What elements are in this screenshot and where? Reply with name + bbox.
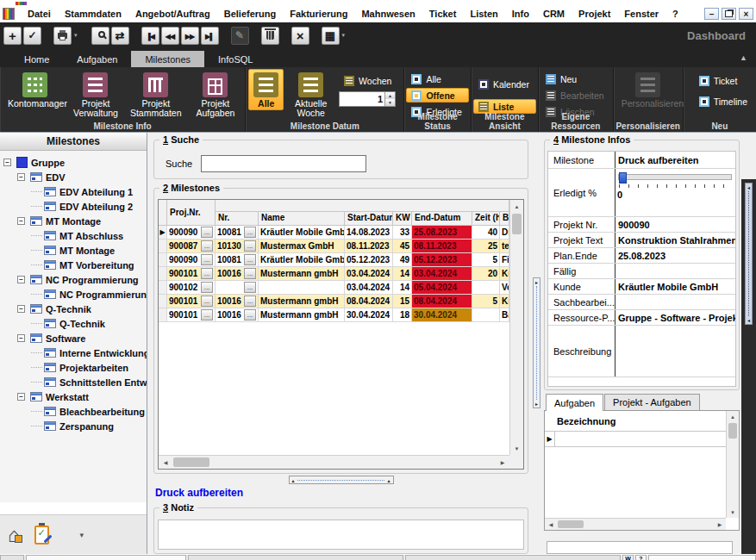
scroll-up-icon[interactable]: ▲ [510, 200, 523, 213]
notiz-textarea[interactable] [158, 520, 524, 550]
menu-fakturierung[interactable]: Fakturierung [283, 7, 354, 21]
close-button[interactable]: × [739, 8, 753, 20]
kunde-lookup-button[interactable]: ... [244, 296, 256, 307]
scroll-down-icon[interactable]: ▼ [727, 507, 739, 518]
status-help-button[interactable]: ? [635, 555, 647, 560]
proj-lookup-button[interactable]: ... [201, 309, 213, 320]
col-end[interactable]: End-Datum [412, 212, 472, 226]
tree-item-werkstatt[interactable]: Werkstatt [0, 389, 147, 404]
tree-item-q-technik[interactable]: Q-Technik [0, 316, 147, 331]
tasks-clipboard-icon[interactable] [34, 526, 49, 544]
proj-lookup-button[interactable]: ... [201, 240, 213, 252]
grid-dropdown-icon[interactable]: ▾ [342, 32, 346, 39]
scrollbar-thumb[interactable] [173, 457, 209, 467]
timeline-button[interactable]: Timeline [694, 94, 754, 109]
close-button[interactable] [291, 27, 309, 45]
tab-aufgaben[interactable]: Aufgaben [546, 394, 603, 411]
milestone-row[interactable]: 900087...10130...Mustermax GmbH08.11.202… [159, 240, 509, 253]
spinner-arrows[interactable]: ▲▼ [384, 92, 395, 106]
spin-down-icon[interactable]: ▼ [385, 99, 395, 106]
menu-listen[interactable]: Listen [463, 7, 504, 21]
ticket-button[interactable]: Ticket [694, 73, 754, 88]
menu-stammdaten[interactable]: Stammdaten [58, 7, 128, 21]
menu-info[interactable]: Info [505, 7, 536, 21]
status-alle-button[interactable]: Alle [406, 72, 468, 86]
menu-ticket[interactable]: Ticket [422, 7, 464, 21]
milestone-row[interactable]: 900101...10016...Mustermann gmbH08.04.20… [159, 295, 509, 308]
horizontal-splitter-handle[interactable] [289, 476, 394, 484]
search-button[interactable] [91, 27, 109, 45]
aktuelle-woche-button[interactable]: Aktuelle Woche [285, 69, 336, 120]
tab-home[interactable]: Home [10, 51, 63, 67]
col-zeit[interactable]: Zeit (h) [472, 212, 500, 226]
col-projnr[interactable]: Proj.Nr. [167, 200, 216, 226]
milestone-row[interactable]: 900090...10081...Kräutler Mobile GmbH05.… [159, 253, 509, 267]
tree-item-interne-entwicklung[interactable]: Interne Entwicklung [0, 345, 147, 360]
projekt-stammdaten-button[interactable]: Projekt Stammdaten [125, 69, 187, 120]
home-icon[interactable]: ⌂ [8, 525, 21, 545]
menu-item[interactable]: ? [665, 7, 685, 21]
selected-milestone-link[interactable]: Druck aufbereiten [155, 487, 528, 499]
info-panel-input[interactable] [547, 541, 733, 554]
scroll-left-icon[interactable]: ◀ [159, 456, 172, 469]
edge-splitter-handle[interactable] [745, 183, 753, 325]
nav-prev-button[interactable] [161, 27, 179, 45]
wochen-button[interactable]: Wochen [339, 73, 398, 88]
personalisieren-button[interactable]: Personalisieren [616, 69, 680, 110]
scroll-right-icon[interactable]: ▶ [496, 456, 509, 469]
spin-up-icon[interactable]: ▲ [385, 92, 395, 99]
kunde-lookup-button[interactable]: ... [244, 268, 256, 279]
menu-belieferung[interactable]: Belieferung [217, 7, 284, 21]
col-name[interactable]: Name [259, 212, 345, 226]
kunde-lookup-button[interactable]: ... [244, 309, 256, 320]
aufgaben-vertical-scrollbar[interactable]: ▲ ▼ [726, 411, 739, 518]
tree-item-projektarbeiten[interactable]: Projektarbeiten [0, 360, 147, 375]
kunde-lookup-button[interactable]: ... [244, 254, 256, 265]
restore-button[interactable] [722, 8, 736, 20]
menu-fenster[interactable]: Fenster [617, 7, 665, 21]
grid-horizontal-scrollbar[interactable]: ◀ ▶ [159, 455, 509, 469]
tree-item-edv[interactable]: EDV [0, 170, 147, 184]
tree-item-q-technik[interactable]: Q-Technik [0, 302, 147, 316]
scroll-up-icon[interactable]: ▲ [727, 411, 739, 422]
milestone-row[interactable]: 900101...10016...Mustermann gmbH03.04.20… [159, 267, 509, 281]
menu-crm[interactable]: CRM [536, 7, 572, 21]
expander-icon[interactable] [3, 159, 11, 166]
tree-item-edv-abteilung-1[interactable]: EDV Abteilung 1 [0, 184, 147, 199]
expander-icon[interactable] [17, 276, 25, 283]
col-nr[interactable]: Nr. [216, 212, 259, 226]
edit-button[interactable] [231, 27, 249, 45]
expander-icon[interactable] [17, 393, 25, 401]
expander-icon[interactable] [17, 305, 25, 313]
col-bez[interactable]: Be: [500, 212, 509, 226]
tree-item-mt-montage[interactable]: MT Montage [0, 243, 147, 258]
expander-icon[interactable] [17, 217, 25, 225]
milestone-row[interactable]: 900101...10016...Mustermann gmbH30.04.20… [159, 308, 509, 322]
kunde-lookup-button[interactable]: ... [244, 227, 256, 238]
milestone-row[interactable]: 900102......03.04.20241405.04.2024Vor [159, 281, 509, 295]
ressource-bearbeiten-button[interactable]: Bearbeiten [540, 88, 611, 103]
menu-angebot-auftrag[interactable]: Angebot/Auftrag [128, 7, 217, 21]
tree-item-gruppe[interactable]: Gruppe [0, 155, 147, 170]
kalender-button[interactable]: Kalender [473, 77, 536, 91]
tree-item-bleachbearbeitung[interactable]: Bleachbearbeitung [0, 404, 147, 419]
tree-item-mt-montage[interactable]: MT Montage [0, 214, 147, 228]
kontomanager-button[interactable]: Kontomanager [3, 69, 66, 110]
col-start[interactable]: Start-Datum [345, 212, 393, 226]
tab-infosql[interactable]: InfoSQL [204, 51, 266, 67]
grid-button[interactable] [322, 27, 340, 45]
confirm-button[interactable] [23, 27, 41, 45]
tree-item-nc-programmierung[interactable]: NC Programmierung [0, 272, 147, 287]
expander-icon[interactable] [17, 173, 25, 181]
projekt-aufgaben-button[interactable]: Projekt Aufgaben [188, 69, 242, 120]
menu-mahnwesen[interactable]: Mahnwesen [354, 7, 422, 21]
slider-thumb[interactable] [619, 172, 627, 184]
kunde-lookup-button[interactable]: ... [244, 240, 256, 252]
tree-item-schnittstellen-entwicklung[interactable]: Schnittstellen Entwicklung [0, 375, 147, 389]
proj-lookup-button[interactable]: ... [201, 254, 213, 265]
menu-datei[interactable]: Datei [21, 7, 58, 21]
aufgaben-horizontal-scrollbar[interactable]: ◀ ▶ [545, 518, 726, 530]
minimize-button[interactable]: – [704, 8, 719, 20]
status-w-button[interactable]: W [622, 555, 634, 560]
add-button[interactable] [3, 27, 22, 45]
